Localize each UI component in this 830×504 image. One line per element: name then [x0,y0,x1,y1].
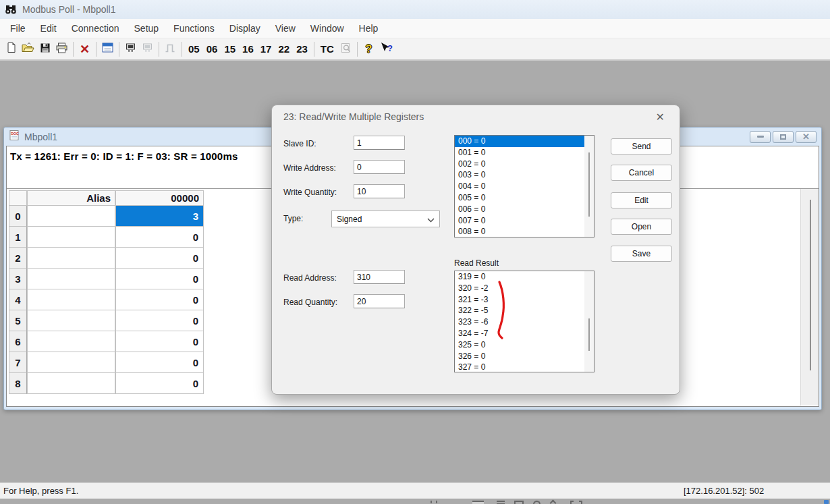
write-list-item-selected[interactable]: 000 = 0 [455,136,594,147]
row-header[interactable]: 2 [9,248,27,269]
menu-view[interactable]: View [268,20,303,36]
write-list-scrollbar[interactable] [584,136,594,237]
register-column-header[interactable]: 00000 [115,190,204,206]
read-list-item[interactable]: 323 = -6 [455,316,594,328]
poll-definition-button[interactable] [139,40,156,58]
row-header[interactable]: 5 [9,310,27,331]
menu-window[interactable]: Window [303,20,352,36]
read-list-item[interactable]: 321 = -3 [455,294,594,306]
alias-cell[interactable] [27,269,115,289]
alias-cell[interactable] [27,373,115,394]
function-23-button[interactable]: 23 [293,40,311,58]
scrollbar-thumb[interactable] [810,200,811,370]
scrollbar-thumb[interactable] [588,152,590,217]
menu-display[interactable]: Display [222,20,268,36]
function-06-button[interactable]: 06 [203,40,221,58]
write-list-item[interactable]: 008 = 0 [455,226,594,237]
row-header[interactable]: 3 [9,269,27,289]
function-05-button[interactable]: 05 [185,40,203,58]
row-header[interactable]: 1 [9,227,27,248]
read-list-item[interactable]: 322 = -5 [455,305,594,316]
scrollbar-thumb[interactable] [588,318,590,351]
function-15-button[interactable]: 15 [221,40,239,58]
print-button[interactable] [53,40,70,58]
write-list-item[interactable]: 007 = 0 [455,215,594,227]
menu-connection[interactable]: Connection [64,20,127,36]
icon-fragment [579,501,582,504]
row-header[interactable]: 4 [9,289,27,310]
read-result-listbox[interactable]: 319 = 0 320 = -2 321 = -3 322 = -5 323 =… [454,271,594,372]
minimize-button[interactable] [750,131,771,143]
read-list-item[interactable]: 319 = 0 [455,271,594,283]
open-file-button[interactable] [20,40,36,58]
write-list-item[interactable]: 001 = 0 [455,147,594,159]
single-poll-button[interactable] [162,40,179,58]
cancel-button[interactable]: Cancel [611,165,672,181]
restore-button[interactable] [773,131,794,143]
alias-cell[interactable] [27,227,115,248]
context-help-button[interactable]: ? [377,40,395,58]
test-center-button[interactable]: TC [317,40,337,58]
value-cell[interactable]: 0 [115,352,204,373]
alias-cell[interactable] [27,206,115,227]
vertical-scrollbar[interactable] [800,189,819,405]
read-list-item[interactable]: 325 = 0 [455,339,594,351]
write-list-item[interactable]: 003 = 0 [455,169,594,181]
row-header[interactable]: 7 [9,352,27,373]
write-list-item[interactable]: 002 = 0 [455,159,594,170]
read-list-item[interactable]: 320 = -2 [455,283,594,294]
menu-file[interactable]: File [3,20,33,36]
row-header[interactable]: 0 [9,206,27,227]
write-address-field[interactable] [354,160,405,174]
communication-traffic-button[interactable] [122,40,139,58]
read-address-field[interactable] [354,270,405,284]
read-list-scrollbar[interactable] [584,271,594,372]
type-dropdown[interactable]: Signed [331,211,440,227]
menu-edit[interactable]: Edit [33,20,64,36]
row-header[interactable]: 6 [9,331,27,352]
write-quantity-field[interactable] [354,184,405,198]
value-cell[interactable]: 0 [115,248,204,269]
dialog-close-button[interactable]: ✕ [652,109,669,125]
zoom-document-button[interactable] [337,40,354,58]
close-button[interactable]: ✕ [796,131,817,143]
slave-id-field[interactable] [354,136,405,150]
write-values-listbox[interactable]: 000 = 0 001 = 0 002 = 0 003 = 0 004 = 0 … [454,135,594,237]
help-button[interactable]: ? [360,40,377,58]
read-list-item[interactable]: 327 = 0 [455,362,594,372]
alias-cell[interactable] [27,331,115,352]
alias-cell[interactable] [27,289,115,310]
menu-functions[interactable]: Functions [166,20,222,36]
save-button[interactable]: Save [611,246,672,262]
edit-button[interactable]: Edit [611,192,672,208]
alias-cell[interactable] [27,248,115,269]
alias-cell[interactable] [27,310,115,331]
value-cell[interactable]: 0 [115,373,204,394]
value-cell[interactable]: 0 [115,310,204,331]
read-list-item[interactable]: 326 = 0 [455,351,594,362]
function-22-button[interactable]: 22 [275,40,293,58]
value-cell[interactable]: 0 [115,227,204,248]
value-cell-selected[interactable]: 3 [115,206,204,227]
alias-cell[interactable] [27,352,115,373]
write-list-item[interactable]: 004 = 0 [455,181,594,192]
setup-window-button[interactable] [99,40,116,58]
value-cell[interactable]: 0 [115,331,204,352]
menu-setup[interactable]: Setup [127,20,167,36]
function-16-button[interactable]: 16 [239,40,257,58]
read-quantity-field[interactable] [354,294,405,308]
new-file-button[interactable] [3,40,20,58]
value-cell[interactable]: 0 [115,269,204,289]
value-cell[interactable]: 0 [115,289,204,310]
read-list-item[interactable]: 324 = -7 [455,328,594,339]
row-header[interactable]: 8 [9,373,27,394]
menu-help[interactable]: Help [352,20,386,36]
write-list-item[interactable]: 006 = 0 [455,204,594,215]
open-button[interactable]: Open [611,219,672,235]
write-list-item[interactable]: 005 = 0 [455,192,594,204]
delete-button[interactable]: ✕ [76,40,93,58]
alias-column-header[interactable]: Alias [27,190,115,206]
send-button[interactable]: Send [611,138,672,155]
function-17-button[interactable]: 17 [257,40,275,58]
save-button[interactable] [36,40,53,58]
